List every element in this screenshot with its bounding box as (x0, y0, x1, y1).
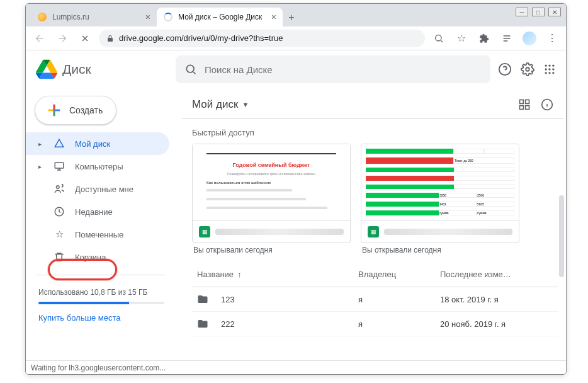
browser-menu-icon[interactable]: ⋮ (543, 30, 561, 47)
svg-point-0 (436, 35, 441, 40)
sidebar-item-recent[interactable]: Недавние (26, 200, 169, 223)
sidebar-item-my-drive[interactable]: ▸ Мой диск (26, 132, 169, 155)
sidebar-item-starred[interactable]: ☆ Помеченные (26, 223, 169, 246)
url-text: drive.google.com/drive/u/0/my-drive?ths=… (119, 33, 283, 43)
settings-gear-icon[interactable] (521, 62, 534, 76)
search-input[interactable] (205, 64, 482, 75)
breadcrumb[interactable]: Мой диск ▼ (192, 98, 249, 111)
svg-point-12 (552, 72, 554, 74)
close-window-button[interactable]: ✕ (548, 8, 561, 16)
minimize-button[interactable]: ─ (516, 8, 528, 16)
file-row[interactable]: 222 я 20 нояб. 2019 г. я (192, 312, 558, 336)
drive-triangle-icon (54, 138, 65, 149)
forward-button[interactable] (54, 30, 71, 47)
browser-tab-drive[interactable]: Мой диск – Google Диск × (157, 8, 283, 26)
profile-avatar[interactable] (521, 30, 538, 47)
svg-point-9 (552, 68, 554, 70)
svg-point-3 (526, 67, 529, 71)
svg-rect-18 (520, 106, 524, 110)
window-controls: ─ □ ✕ (516, 8, 561, 16)
people-icon (54, 183, 65, 195)
help-icon[interactable] (498, 62, 512, 76)
stop-reload-button[interactable] (76, 30, 94, 47)
quick-access-card[interactable]: Годовой семейный бюджет Планируйте и отс… (192, 144, 351, 262)
svg-point-1 (186, 65, 194, 72)
page-content: Диск Создать ▸ Мой дис (26, 50, 566, 374)
extensions-icon[interactable] (475, 30, 493, 47)
reading-list-icon[interactable] (498, 30, 516, 47)
tab-bar: Lumpics.ru × Мой диск – Google Диск × + (26, 4, 566, 26)
svg-point-4 (545, 65, 547, 67)
plus-icon (45, 101, 63, 119)
sidebar-item-trash[interactable]: Корзина (26, 246, 169, 268)
maximize-button[interactable]: □ (532, 8, 545, 16)
card-subtitle: Вы открывали сегодня (361, 243, 519, 262)
drive-header: Диск (26, 50, 566, 88)
svg-point-7 (545, 68, 547, 70)
chevron-right-icon: ▸ (38, 140, 43, 147)
computer-icon (54, 161, 65, 172)
column-owner[interactable]: Владелец (358, 270, 440, 279)
column-modified[interactable]: Последнее изме… (440, 270, 553, 279)
svg-rect-13 (55, 163, 64, 168)
quick-access-card[interactable]: Текст до 250 32562506 14315605 суммасумм… (361, 144, 519, 262)
back-button[interactable] (31, 30, 48, 47)
apps-grid-icon[interactable] (543, 63, 556, 76)
drive-logo[interactable]: Диск (36, 59, 168, 80)
svg-rect-17 (526, 100, 529, 104)
url-field[interactable]: drive.google.com/drive/u/0/my-drive?ths=… (99, 30, 425, 47)
tab-title: Мой диск – Google Диск (178, 13, 262, 21)
svg-point-14 (57, 186, 60, 189)
sidebar-item-label: Доступные мне (75, 185, 133, 194)
storage-info: Использовано 10,8 ГБ из 15 ГБ (26, 282, 177, 311)
card-title (215, 229, 344, 235)
sort-arrow-up-icon: ↑ (237, 270, 242, 279)
folder-icon (197, 294, 208, 305)
close-tab-icon[interactable]: × (271, 12, 276, 22)
lock-icon (106, 35, 114, 42)
folder-icon (197, 318, 208, 329)
card-title (384, 229, 512, 235)
card-thumbnail: Годовой семейный бюджет Планируйте и отс… (193, 144, 350, 220)
search-icon (184, 63, 197, 76)
svg-rect-19 (526, 106, 529, 110)
new-tab-button[interactable]: + (283, 9, 300, 26)
star-icon: ☆ (54, 229, 65, 240)
svg-point-8 (548, 68, 550, 70)
svg-rect-16 (520, 100, 524, 104)
file-row[interactable]: 123 я 18 окт. 2019 г. я (192, 287, 558, 312)
search-engine-icon[interactable] (430, 30, 448, 47)
sidebar-item-shared[interactable]: Доступные мне (26, 178, 169, 200)
quick-access-heading: Быстрый доступ (192, 119, 558, 144)
close-tab-icon[interactable]: × (145, 12, 150, 22)
svg-point-10 (545, 72, 547, 74)
browser-tab-lumpics[interactable]: Lumpics.ru × (31, 8, 157, 26)
file-list-header: Название ↑ Владелец Последнее изме… (192, 262, 558, 287)
main-content: Мой диск ▼ Быстрый доступ (177, 88, 566, 374)
trash-icon (54, 251, 65, 263)
sidebar-item-label: Недавние (75, 207, 113, 217)
sidebar-item-computers[interactable]: ▸ Компьютеры (26, 155, 169, 178)
browser-window: ─ □ ✕ Lumpics.ru × Мой диск – Google Дис… (25, 3, 567, 375)
card-subtitle: Вы открывали сегодня (192, 243, 351, 262)
create-label: Создать (69, 105, 103, 115)
chevron-right-icon: ▸ (38, 163, 43, 170)
drive-logo-icon (36, 59, 57, 80)
create-button[interactable]: Создать (35, 96, 116, 125)
sidebar-item-label: Корзина (75, 253, 106, 262)
bookmark-star-icon[interactable]: ☆ (453, 30, 470, 47)
column-name[interactable]: Название ↑ (197, 270, 358, 279)
search-box[interactable] (176, 55, 490, 83)
buy-storage-link[interactable]: Купить больше места (26, 311, 177, 325)
svg-point-5 (548, 65, 550, 67)
scrollbar[interactable] (559, 195, 564, 277)
clock-icon (54, 206, 65, 217)
grid-view-icon[interactable] (518, 98, 531, 111)
drive-logo-text: Диск (62, 62, 91, 77)
info-icon[interactable] (541, 98, 553, 111)
sidebar-item-label: Помеченные (75, 230, 123, 239)
tab-favicon (37, 12, 47, 22)
card-thumbnail: Текст до 250 32562506 14315605 суммасумм… (361, 144, 519, 220)
sheets-icon: ▦ (199, 226, 210, 237)
svg-point-11 (548, 72, 550, 74)
